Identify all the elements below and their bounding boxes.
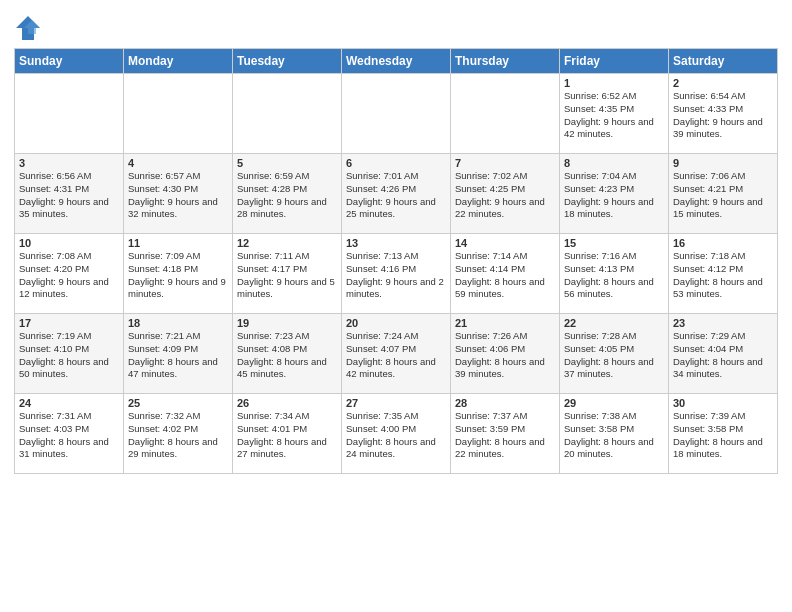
- calendar-table: SundayMondayTuesdayWednesdayThursdayFrid…: [14, 48, 778, 474]
- calendar-cell: [233, 74, 342, 154]
- day-info: Sunrise: 6:54 AM Sunset: 4:33 PM Dayligh…: [673, 90, 773, 141]
- calendar-cell: 5Sunrise: 6:59 AM Sunset: 4:28 PM Daylig…: [233, 154, 342, 234]
- day-info: Sunrise: 6:56 AM Sunset: 4:31 PM Dayligh…: [19, 170, 119, 221]
- calendar-cell: 17Sunrise: 7:19 AM Sunset: 4:10 PM Dayli…: [15, 314, 124, 394]
- day-number: 15: [564, 237, 664, 249]
- day-number: 26: [237, 397, 337, 409]
- calendar-weekday-thursday: Thursday: [451, 49, 560, 74]
- day-info: Sunrise: 7:35 AM Sunset: 4:00 PM Dayligh…: [346, 410, 446, 461]
- calendar-cell: 28Sunrise: 7:37 AM Sunset: 3:59 PM Dayli…: [451, 394, 560, 474]
- calendar-cell: 20Sunrise: 7:24 AM Sunset: 4:07 PM Dayli…: [342, 314, 451, 394]
- calendar-cell: 22Sunrise: 7:28 AM Sunset: 4:05 PM Dayli…: [560, 314, 669, 394]
- day-number: 2: [673, 77, 773, 89]
- day-number: 14: [455, 237, 555, 249]
- day-info: Sunrise: 7:06 AM Sunset: 4:21 PM Dayligh…: [673, 170, 773, 221]
- calendar-cell: 9Sunrise: 7:06 AM Sunset: 4:21 PM Daylig…: [669, 154, 778, 234]
- calendar-cell: 19Sunrise: 7:23 AM Sunset: 4:08 PM Dayli…: [233, 314, 342, 394]
- day-number: 3: [19, 157, 119, 169]
- day-info: Sunrise: 7:16 AM Sunset: 4:13 PM Dayligh…: [564, 250, 664, 301]
- calendar-cell: 29Sunrise: 7:38 AM Sunset: 3:58 PM Dayli…: [560, 394, 669, 474]
- calendar-cell: 14Sunrise: 7:14 AM Sunset: 4:14 PM Dayli…: [451, 234, 560, 314]
- day-info: Sunrise: 7:08 AM Sunset: 4:20 PM Dayligh…: [19, 250, 119, 301]
- day-info: Sunrise: 6:59 AM Sunset: 4:28 PM Dayligh…: [237, 170, 337, 221]
- calendar-weekday-saturday: Saturday: [669, 49, 778, 74]
- day-info: Sunrise: 7:14 AM Sunset: 4:14 PM Dayligh…: [455, 250, 555, 301]
- day-info: Sunrise: 7:37 AM Sunset: 3:59 PM Dayligh…: [455, 410, 555, 461]
- day-info: Sunrise: 7:09 AM Sunset: 4:18 PM Dayligh…: [128, 250, 228, 301]
- day-info: Sunrise: 7:29 AM Sunset: 4:04 PM Dayligh…: [673, 330, 773, 381]
- day-number: 7: [455, 157, 555, 169]
- calendar-weekday-friday: Friday: [560, 49, 669, 74]
- day-number: 9: [673, 157, 773, 169]
- day-info: Sunrise: 7:11 AM Sunset: 4:17 PM Dayligh…: [237, 250, 337, 301]
- day-number: 17: [19, 317, 119, 329]
- day-number: 29: [564, 397, 664, 409]
- calendar-body: 1Sunrise: 6:52 AM Sunset: 4:35 PM Daylig…: [15, 74, 778, 474]
- day-number: 10: [19, 237, 119, 249]
- calendar-cell: 24Sunrise: 7:31 AM Sunset: 4:03 PM Dayli…: [15, 394, 124, 474]
- calendar-cell: [15, 74, 124, 154]
- calendar-weekday-monday: Monday: [124, 49, 233, 74]
- day-number: 5: [237, 157, 337, 169]
- day-info: Sunrise: 6:52 AM Sunset: 4:35 PM Dayligh…: [564, 90, 664, 141]
- calendar-cell: [342, 74, 451, 154]
- day-info: Sunrise: 6:57 AM Sunset: 4:30 PM Dayligh…: [128, 170, 228, 221]
- calendar-cell: 18Sunrise: 7:21 AM Sunset: 4:09 PM Dayli…: [124, 314, 233, 394]
- day-number: 16: [673, 237, 773, 249]
- day-number: 24: [19, 397, 119, 409]
- day-info: Sunrise: 7:26 AM Sunset: 4:06 PM Dayligh…: [455, 330, 555, 381]
- day-number: 6: [346, 157, 446, 169]
- calendar-cell: 16Sunrise: 7:18 AM Sunset: 4:12 PM Dayli…: [669, 234, 778, 314]
- calendar-cell: 3Sunrise: 6:56 AM Sunset: 4:31 PM Daylig…: [15, 154, 124, 234]
- day-info: Sunrise: 7:34 AM Sunset: 4:01 PM Dayligh…: [237, 410, 337, 461]
- day-number: 12: [237, 237, 337, 249]
- day-info: Sunrise: 7:28 AM Sunset: 4:05 PM Dayligh…: [564, 330, 664, 381]
- day-info: Sunrise: 7:19 AM Sunset: 4:10 PM Dayligh…: [19, 330, 119, 381]
- day-info: Sunrise: 7:39 AM Sunset: 3:58 PM Dayligh…: [673, 410, 773, 461]
- calendar-cell: 12Sunrise: 7:11 AM Sunset: 4:17 PM Dayli…: [233, 234, 342, 314]
- day-number: 8: [564, 157, 664, 169]
- calendar-cell: 11Sunrise: 7:09 AM Sunset: 4:18 PM Dayli…: [124, 234, 233, 314]
- calendar-cell: 25Sunrise: 7:32 AM Sunset: 4:02 PM Dayli…: [124, 394, 233, 474]
- day-number: 28: [455, 397, 555, 409]
- day-number: 23: [673, 317, 773, 329]
- calendar-cell: 4Sunrise: 6:57 AM Sunset: 4:30 PM Daylig…: [124, 154, 233, 234]
- day-number: 27: [346, 397, 446, 409]
- calendar-cell: 21Sunrise: 7:26 AM Sunset: 4:06 PM Dayli…: [451, 314, 560, 394]
- day-info: Sunrise: 7:01 AM Sunset: 4:26 PM Dayligh…: [346, 170, 446, 221]
- calendar-cell: 23Sunrise: 7:29 AM Sunset: 4:04 PM Dayli…: [669, 314, 778, 394]
- day-info: Sunrise: 7:13 AM Sunset: 4:16 PM Dayligh…: [346, 250, 446, 301]
- calendar-cell: 15Sunrise: 7:16 AM Sunset: 4:13 PM Dayli…: [560, 234, 669, 314]
- day-info: Sunrise: 7:38 AM Sunset: 3:58 PM Dayligh…: [564, 410, 664, 461]
- calendar-cell: 26Sunrise: 7:34 AM Sunset: 4:01 PM Dayli…: [233, 394, 342, 474]
- calendar-cell: 6Sunrise: 7:01 AM Sunset: 4:26 PM Daylig…: [342, 154, 451, 234]
- calendar-cell: [451, 74, 560, 154]
- calendar-cell: 10Sunrise: 7:08 AM Sunset: 4:20 PM Dayli…: [15, 234, 124, 314]
- calendar-header-row: SundayMondayTuesdayWednesdayThursdayFrid…: [15, 49, 778, 74]
- calendar-weekday-wednesday: Wednesday: [342, 49, 451, 74]
- day-info: Sunrise: 7:04 AM Sunset: 4:23 PM Dayligh…: [564, 170, 664, 221]
- day-number: 30: [673, 397, 773, 409]
- page-header: [14, 10, 778, 42]
- day-number: 22: [564, 317, 664, 329]
- day-number: 13: [346, 237, 446, 249]
- calendar-weekday-tuesday: Tuesday: [233, 49, 342, 74]
- calendar-cell: 30Sunrise: 7:39 AM Sunset: 3:58 PM Dayli…: [669, 394, 778, 474]
- day-number: 4: [128, 157, 228, 169]
- calendar-cell: 2Sunrise: 6:54 AM Sunset: 4:33 PM Daylig…: [669, 74, 778, 154]
- calendar-cell: 8Sunrise: 7:04 AM Sunset: 4:23 PM Daylig…: [560, 154, 669, 234]
- day-info: Sunrise: 7:02 AM Sunset: 4:25 PM Dayligh…: [455, 170, 555, 221]
- day-number: 20: [346, 317, 446, 329]
- calendar-cell: 1Sunrise: 6:52 AM Sunset: 4:35 PM Daylig…: [560, 74, 669, 154]
- day-number: 25: [128, 397, 228, 409]
- day-info: Sunrise: 7:31 AM Sunset: 4:03 PM Dayligh…: [19, 410, 119, 461]
- day-info: Sunrise: 7:21 AM Sunset: 4:09 PM Dayligh…: [128, 330, 228, 381]
- calendar-cell: 27Sunrise: 7:35 AM Sunset: 4:00 PM Dayli…: [342, 394, 451, 474]
- day-number: 18: [128, 317, 228, 329]
- calendar-week-2: 3Sunrise: 6:56 AM Sunset: 4:31 PM Daylig…: [15, 154, 778, 234]
- day-info: Sunrise: 7:24 AM Sunset: 4:07 PM Dayligh…: [346, 330, 446, 381]
- calendar-week-1: 1Sunrise: 6:52 AM Sunset: 4:35 PM Daylig…: [15, 74, 778, 154]
- day-number: 11: [128, 237, 228, 249]
- day-info: Sunrise: 7:23 AM Sunset: 4:08 PM Dayligh…: [237, 330, 337, 381]
- calendar-week-3: 10Sunrise: 7:08 AM Sunset: 4:20 PM Dayli…: [15, 234, 778, 314]
